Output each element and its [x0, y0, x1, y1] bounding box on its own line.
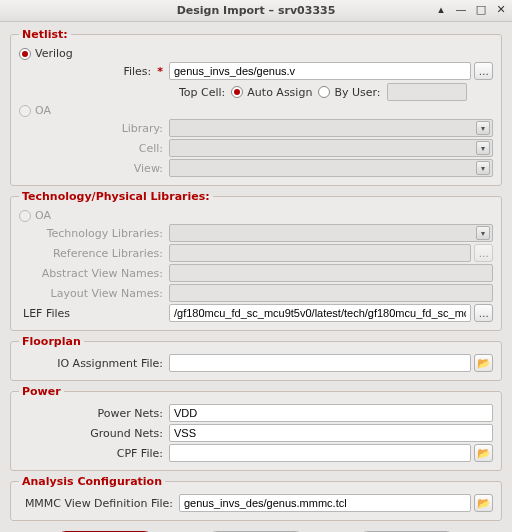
abstract-label: Abstract View Names:: [19, 267, 169, 280]
files-label: Files:*: [19, 65, 169, 78]
radio-verilog-label: Verilog: [35, 47, 73, 60]
techlib-legend: Technology/Physical Libraries:: [19, 190, 213, 203]
dialog-body: Netlist: Verilog Files:* … Top Cell: Aut…: [0, 22, 512, 532]
radio-oa-tech[interactable]: OA: [19, 209, 493, 222]
io-browse-button[interactable]: 📂: [474, 354, 493, 372]
folder-icon: 📂: [477, 447, 491, 460]
view-combo: ▾: [169, 159, 493, 177]
folder-icon: 📂: [477, 497, 491, 510]
mmmc-browse-button[interactable]: 📂: [474, 494, 493, 512]
ground-nets-label: Ground Nets:: [19, 427, 169, 440]
cell-label: Cell:: [19, 142, 169, 155]
ground-nets-input[interactable]: [169, 424, 493, 442]
radio-by-user[interactable]: By User:: [318, 86, 380, 99]
button-bar: OK Cancel Help: [10, 525, 502, 532]
titlebar: Design Import – srv03335 ▴ — □ ✕: [0, 0, 512, 22]
window-buttons: ▴ — □ ✕: [434, 2, 508, 16]
tech-lib-combo: ▾: [169, 224, 493, 242]
ellipsis-icon: …: [479, 308, 489, 319]
radio-dot-icon: [19, 48, 31, 60]
library-combo: ▾: [169, 119, 493, 137]
by-user-input: [387, 83, 467, 101]
library-label: Library:: [19, 122, 169, 135]
analysis-group: Analysis Configuration MMMC View Definit…: [10, 475, 502, 521]
files-input[interactable]: [169, 62, 471, 80]
io-label: IO Assignment File:: [19, 357, 169, 370]
view-label: View:: [19, 162, 169, 175]
radio-verilog[interactable]: Verilog: [19, 47, 493, 60]
ellipsis-icon: …: [479, 248, 489, 259]
ellipsis-icon: …: [479, 66, 489, 77]
power-nets-input[interactable]: [169, 404, 493, 422]
techlib-group: Technology/Physical Libraries: OA Techno…: [10, 190, 502, 331]
radio-dot-icon: [19, 105, 31, 117]
close-icon[interactable]: ✕: [494, 2, 508, 16]
mmmc-label: MMMC View Definition File:: [19, 497, 179, 510]
topcell-label: Top Cell:: [179, 86, 225, 99]
folder-icon: 📂: [477, 357, 491, 370]
radio-oa-tech-label: OA: [35, 209, 51, 222]
files-browse-button[interactable]: …: [474, 62, 493, 80]
mmmc-file-input[interactable]: [179, 494, 471, 512]
layout-label: Layout View Names:: [19, 287, 169, 300]
layout-input: [169, 284, 493, 302]
abstract-input: [169, 264, 493, 282]
cpf-browse-button[interactable]: 📂: [474, 444, 493, 462]
radio-oa-label: OA: [35, 104, 51, 117]
analysis-legend: Analysis Configuration: [19, 475, 165, 488]
chevron-down-icon: ▾: [476, 121, 490, 135]
floorplan-group: Floorplan IO Assignment File: 📂: [10, 335, 502, 381]
lef-label: LEF Files: [23, 307, 70, 320]
radio-auto-assign[interactable]: Auto Assign: [231, 86, 312, 99]
lef-input[interactable]: [169, 304, 471, 322]
chevron-down-icon: ▾: [476, 226, 490, 240]
maximize-icon[interactable]: □: [474, 2, 488, 16]
radio-oa-netlist[interactable]: OA: [19, 104, 493, 117]
netlist-legend: Netlist:: [19, 28, 71, 41]
power-nets-label: Power Nets:: [19, 407, 169, 420]
ref-lib-label: Reference Libraries:: [19, 247, 169, 260]
radio-lef[interactable]: LEF Files: [19, 307, 169, 320]
floorplan-legend: Floorplan: [19, 335, 84, 348]
chevron-down-icon: ▾: [476, 161, 490, 175]
netlist-group: Netlist: Verilog Files:* … Top Cell: Aut…: [10, 28, 502, 186]
power-legend: Power: [19, 385, 64, 398]
topcell-row: Top Cell: Auto Assign By User:: [179, 83, 493, 101]
io-file-input[interactable]: [169, 354, 471, 372]
cpf-file-input[interactable]: [169, 444, 471, 462]
window-title: Design Import – srv03335: [177, 4, 336, 17]
ref-lib-input: [169, 244, 471, 262]
chevron-down-icon: ▾: [476, 141, 490, 155]
lef-browse-button[interactable]: …: [474, 304, 493, 322]
pin-icon[interactable]: ▴: [434, 2, 448, 16]
auto-assign-label: Auto Assign: [247, 86, 312, 99]
cell-combo: ▾: [169, 139, 493, 157]
tech-lib-label: Technology Libraries:: [19, 227, 169, 240]
radio-dot-icon: [231, 86, 243, 98]
radio-dot-icon: [318, 86, 330, 98]
power-group: Power Power Nets: Ground Nets: CPF File:…: [10, 385, 502, 471]
radio-dot-icon: [19, 210, 31, 222]
ref-lib-browse-button: …: [474, 244, 493, 262]
minimize-icon[interactable]: —: [454, 2, 468, 16]
by-user-label: By User:: [334, 86, 380, 99]
cpf-label: CPF File:: [19, 447, 169, 460]
